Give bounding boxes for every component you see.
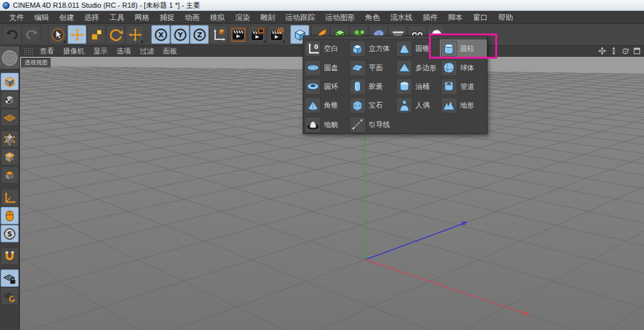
- menu-item-9[interactable]: 模拟: [205, 11, 230, 24]
- redo-button[interactable]: [22, 25, 41, 44]
- primitive-item-capsule[interactable]: 胶囊: [348, 77, 395, 96]
- submenu-corner-icon: [63, 40, 66, 43]
- viewport-menu-1[interactable]: 查看: [35, 46, 59, 57]
- menu-item-8[interactable]: 动画: [180, 11, 205, 24]
- prim-sphere-button[interactable]: [441, 60, 457, 76]
- last-used-tool-button[interactable]: [126, 25, 144, 44]
- primitive-item-pyramid[interactable]: 角锥: [303, 96, 348, 115]
- planar-workplane-button[interactable]: [1, 287, 19, 305]
- workplane-mode-button[interactable]: [1, 109, 19, 126]
- prim-pyramid-button[interactable]: [305, 97, 321, 113]
- soft-selection-button[interactable]: S: [1, 225, 19, 242]
- primitive-item-oiltank[interactable]: 油桶: [395, 77, 440, 96]
- move-tool-button[interactable]: [68, 25, 86, 44]
- prim-plane-button[interactable]: [350, 60, 366, 76]
- menu-item-16[interactable]: 插件: [418, 11, 443, 24]
- zoom-button[interactable]: [609, 46, 619, 56]
- render-to-picture-viewer-button[interactable]: [248, 25, 267, 44]
- prim-tube-button[interactable]: [441, 79, 457, 95]
- texture-mode-button[interactable]: [1, 91, 19, 108]
- menu-item-3[interactable]: 创建: [54, 11, 79, 24]
- primitive-item-cylinder[interactable]: 圆柱: [440, 39, 487, 58]
- render-settings-button[interactable]: [267, 25, 286, 44]
- primitive-item-cone[interactable]: 圆锥: [395, 39, 440, 58]
- viewport-menu-2[interactable]: 摄像机: [59, 46, 89, 57]
- prim-polygon-button[interactable]: [396, 60, 412, 76]
- menu-item-13[interactable]: 运动图形: [320, 11, 360, 24]
- primitive-item-plane[interactable]: 平面: [348, 58, 395, 77]
- prim-disc-button[interactable]: [305, 60, 321, 76]
- toggle-view-button[interactable]: [632, 46, 642, 56]
- prim-figure-button[interactable]: [396, 97, 412, 113]
- undo-button[interactable]: [3, 25, 21, 44]
- prim-relief-button[interactable]: [305, 117, 321, 133]
- prim-guide-button[interactable]: [350, 117, 366, 133]
- primitive-item-figure[interactable]: 人偶: [395, 96, 440, 115]
- primitive-label: 地形: [460, 101, 475, 110]
- viewport-menu-6[interactable]: 面板: [158, 46, 182, 57]
- menu-item-1[interactable]: 文件: [4, 11, 29, 24]
- prim-capsule-button[interactable]: [350, 79, 366, 95]
- make-editable-button[interactable]: [0, 46, 19, 70]
- lock-y-axis-button[interactable]: Y: [171, 25, 189, 44]
- primitive-item-cube[interactable]: 立方体: [348, 39, 395, 58]
- enable-snap-button[interactable]: [1, 248, 19, 265]
- prim-torus-button[interactable]: [305, 79, 321, 95]
- rotate-tool-button[interactable]: [106, 25, 125, 44]
- menu-item-12[interactable]: 运动跟踪: [280, 11, 320, 24]
- rotate-view-button[interactable]: [621, 46, 630, 56]
- menu-item-11[interactable]: 雕刻: [255, 11, 280, 24]
- primitives-dropdown: 0空白圆盘圆环角锥地貌立方体平面胶囊宝石引导线圆锥多边形油桶人偶圆柱球体管道地形: [303, 35, 488, 134]
- render-view-button[interactable]: [229, 25, 247, 44]
- viewport-menu-3[interactable]: 显示: [89, 46, 112, 57]
- menu-item-17[interactable]: 脚本: [443, 11, 468, 24]
- primitive-item-sphere[interactable]: 球体: [440, 58, 487, 77]
- coordinate-system-button[interactable]: [209, 25, 228, 44]
- viewport-solo-button[interactable]: [1, 207, 19, 224]
- points-mode-button[interactable]: [1, 130, 19, 148]
- menu-item-6[interactable]: 网格: [129, 11, 155, 24]
- live-selection-button[interactable]: [48, 25, 67, 44]
- viewport-label[interactable]: 透视视图: [21, 58, 51, 68]
- menu-item-19[interactable]: 帮助: [493, 11, 518, 24]
- scale-tool-button[interactable]: [87, 25, 106, 44]
- primitive-item-torus[interactable]: 圆环: [303, 77, 348, 96]
- menu-item-4[interactable]: 选择: [79, 11, 104, 24]
- prim-gem-button[interactable]: [350, 97, 366, 113]
- primitive-item-gem[interactable]: 宝石: [348, 96, 395, 115]
- grip-dots-icon: [24, 48, 33, 55]
- primitive-item-polygon[interactable]: 多边形: [395, 58, 440, 77]
- prim-cone-button[interactable]: [396, 41, 412, 57]
- menu-item-2[interactable]: 编辑: [29, 11, 54, 24]
- menu-item-15[interactable]: 流水线: [385, 11, 418, 24]
- prim-landscape-button[interactable]: [441, 97, 457, 113]
- prim-oiltank-button[interactable]: [396, 79, 412, 95]
- primitive-item-null[interactable]: 0空白: [303, 39, 348, 58]
- primitive-item-relief[interactable]: 地貌: [303, 115, 348, 134]
- menu-item-18[interactable]: 窗口: [468, 11, 493, 24]
- menu-item-5[interactable]: 工具: [104, 11, 129, 24]
- edges-mode-button[interactable]: [1, 148, 19, 166]
- prim-cube-button[interactable]: [350, 41, 366, 57]
- viewport-menu-5[interactable]: 过滤: [135, 46, 158, 57]
- menu-item-7[interactable]: 捕捉: [155, 11, 180, 24]
- primitive-item-disc[interactable]: 圆盘: [303, 58, 348, 77]
- primitive-item-landscape[interactable]: 地形: [440, 96, 487, 115]
- pan-button[interactable]: [598, 46, 607, 56]
- primitive-item-tube[interactable]: 管道: [440, 77, 487, 96]
- lock-workplane-button[interactable]: [1, 269, 19, 287]
- primitive-label: 平面: [369, 63, 383, 73]
- polygons-mode-button[interactable]: [1, 166, 19, 184]
- prim-cylinder-button[interactable]: [441, 41, 457, 57]
- prim-cube-icon: [350, 42, 365, 56]
- lock-x-axis-button[interactable]: X: [151, 25, 170, 44]
- lock-z-axis-button[interactable]: Z: [190, 25, 209, 44]
- viewport-menu-4[interactable]: 选项: [112, 46, 135, 57]
- window-title: CINEMA 4D R18.011 Studio (RC - R18) - [未…: [13, 1, 200, 10]
- primitive-item-guide[interactable]: 引导线: [348, 115, 395, 134]
- menu-item-14[interactable]: 角色: [360, 11, 385, 24]
- prim-null-button[interactable]: 0: [305, 41, 321, 57]
- model-mode-button[interactable]: [1, 73, 19, 90]
- enable-axis-button[interactable]: [1, 189, 19, 206]
- menu-item-10[interactable]: 渲染: [230, 11, 255, 24]
